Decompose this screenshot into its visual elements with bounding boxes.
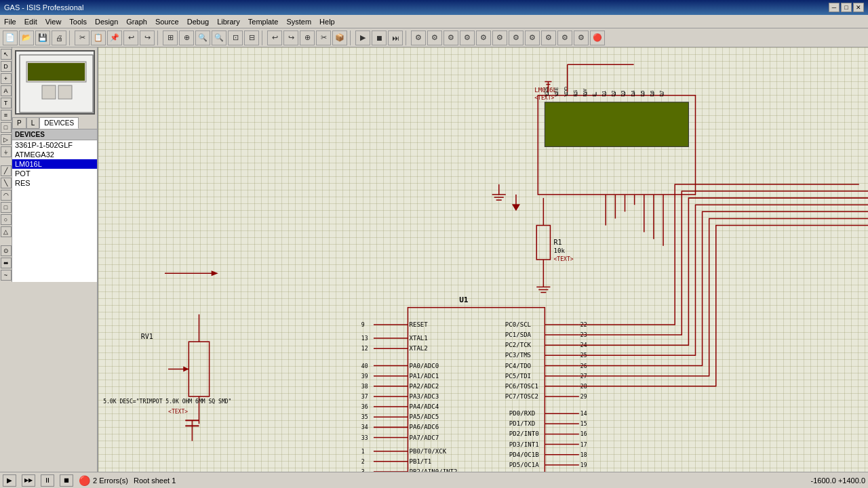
tb-prop3[interactable]: ⚙ — [443, 30, 458, 45]
tb-cut[interactable]: ✂ — [75, 30, 90, 45]
tab-p[interactable]: P — [12, 117, 26, 129]
sheet-name: Root sheet 1 — [134, 476, 176, 485]
tb-prop11[interactable]: ⚙ — [574, 30, 589, 45]
arrow-down — [512, 195, 520, 211]
play-button[interactable]: ▶ — [3, 474, 16, 487]
tb-red[interactable]: 🔴 — [590, 30, 605, 45]
tb-paste[interactable]: 📌 — [107, 30, 122, 45]
tb-prop1[interactable]: ⚙ — [411, 30, 426, 45]
tb-save[interactable]: 💾 — [35, 30, 50, 45]
tool-junction[interactable]: + — [1, 73, 12, 84]
tool-gen[interactable]: ~ — [1, 270, 12, 281]
tb-zoom-area[interactable]: ⊟ — [244, 30, 259, 45]
sidebar: ↖ D + A T ≡ □ ▷ ⏚ ╱ ╲ ◠ □ ○ △ ⊙ ⬌ ~ — [0, 47, 98, 472]
tb-annotate[interactable]: 📦 — [332, 30, 347, 45]
tb-wire[interactable]: ✂ — [316, 30, 331, 45]
tb-play[interactable]: ▶ — [355, 30, 370, 45]
tool-poly[interactable]: △ — [1, 226, 12, 237]
tool-probe[interactable]: ⊙ — [1, 245, 12, 256]
tool-select[interactable]: ↖ — [1, 49, 12, 60]
tb-prop8[interactable]: ⚙ — [525, 30, 540, 45]
maximize-button[interactable]: □ — [841, 3, 852, 12]
tb-prop5[interactable]: ⚙ — [476, 30, 491, 45]
play-step-button[interactable]: ▶▶ — [22, 474, 35, 487]
tab-devices[interactable]: DEVICES — [39, 117, 79, 129]
titlebar: GAS - ISIS Professional ─ □ ✕ — [0, 0, 868, 15]
tb-redo[interactable]: ↪ — [140, 30, 155, 45]
tb-prop7[interactable]: ⚙ — [509, 30, 524, 45]
device-pot[interactable]: POT — [12, 169, 97, 178]
tb-block[interactable]: ⊕ — [300, 30, 315, 45]
canvas-area[interactable]: LM016L <TEXT> VSS VEE VDD RS RW E D1 D2 … — [98, 47, 868, 472]
tool-rect[interactable]: □ — [1, 202, 12, 213]
device-lm016l[interactable]: LM016L — [12, 159, 97, 169]
tool-port[interactable]: ▷ — [1, 134, 12, 145]
svg-text:5.0K  DESC="TRIMPOT 5.0K OHM 6: 5.0K DESC="TRIMPOT 5.0K OHM 6MM SQ SMD" — [103, 399, 231, 405]
svg-text:PC0/SCL: PC0/SCL — [505, 321, 532, 328]
tool-circle[interactable]: ○ — [1, 214, 12, 225]
tool-label[interactable]: A — [1, 85, 12, 96]
svg-text:38: 38 — [361, 384, 368, 390]
tool-component[interactable]: D — [1, 61, 12, 72]
svg-text:PC7/TOSC2: PC7/TOSC2 — [505, 393, 538, 400]
sep2 — [157, 30, 160, 45]
title-text: GAS - ISIS Professional — [4, 3, 83, 12]
tool-wire[interactable]: ╱ — [1, 165, 12, 176]
tb-undo2[interactable]: ↩ — [267, 30, 282, 45]
close-button[interactable]: ✕ — [853, 3, 864, 12]
tb-zoom-fit[interactable]: ⊡ — [228, 30, 243, 45]
menubar: File Edit View Tools Design Graph Source… — [0, 15, 868, 28]
menu-source[interactable]: Source — [151, 16, 183, 27]
svg-text:PD2/INT0: PD2/INT0 — [509, 430, 539, 437]
tb-zoom-out[interactable]: 🔍 — [212, 30, 226, 45]
tool-text[interactable]: T — [1, 98, 12, 108]
menu-help[interactable]: Help — [315, 16, 339, 27]
tool-arc[interactable]: ◠ — [1, 190, 12, 201]
tab-l[interactable]: L — [26, 117, 40, 129]
tb-print[interactable]: 🖨 — [52, 30, 66, 45]
tb-new[interactable]: 📄 — [3, 30, 18, 45]
tb-origin[interactable]: ⊕ — [179, 30, 194, 45]
tb-prop10[interactable]: ⚙ — [557, 30, 572, 45]
tool-subcirc[interactable]: □ — [1, 122, 12, 133]
tb-prop2[interactable]: ⚙ — [427, 30, 442, 45]
menu-design[interactable]: Design — [91, 16, 122, 27]
menu-system[interactable]: System — [282, 16, 315, 27]
tool-bus[interactable]: ≡ — [1, 110, 12, 121]
menu-library[interactable]: Library — [213, 16, 244, 27]
device-atmega32[interactable]: ATMEGA32 — [12, 150, 97, 159]
menu-graph[interactable]: Graph — [122, 16, 151, 27]
tb-step[interactable]: ⏭ — [388, 30, 403, 45]
tb-prop9[interactable]: ⚙ — [541, 30, 556, 45]
menu-tools[interactable]: Tools — [65, 16, 91, 27]
tool-bus2[interactable]: ╲ — [1, 178, 12, 188]
device-res[interactable]: RES — [12, 178, 97, 188]
minimize-button[interactable]: ─ — [829, 3, 840, 12]
pause-button[interactable]: ⏸ — [41, 474, 54, 487]
statusbar: ▶ ▶▶ ⏸ ⏹ 🔴 2 Errors(s) Root sheet 1 -160… — [0, 472, 868, 488]
tb-stop[interactable]: ⏹ — [372, 30, 387, 45]
svg-text:16: 16 — [580, 431, 587, 437]
tb-open[interactable]: 📂 — [19, 30, 34, 45]
svg-text:PA5/ADC5: PA5/ADC5 — [409, 413, 439, 420]
error-count: 2 Errors(s) — [93, 476, 128, 485]
tb-redo2[interactable]: ↪ — [283, 30, 298, 45]
stop-button[interactable]: ⏹ — [60, 474, 73, 487]
menu-file[interactable]: File — [0, 16, 20, 27]
tb-copy[interactable]: 📋 — [91, 30, 106, 45]
tb-grid[interactable]: ⊞ — [163, 30, 178, 45]
menu-template[interactable]: Template — [244, 16, 283, 27]
svg-text:U1: U1 — [459, 296, 469, 304]
svg-text:40: 40 — [361, 363, 368, 369]
tb-prop6[interactable]: ⚙ — [492, 30, 507, 45]
menu-debug[interactable]: Debug — [183, 16, 213, 27]
tb-prop4[interactable]: ⚙ — [460, 30, 475, 45]
tb-zoom-in[interactable]: 🔍 — [195, 30, 210, 45]
tool-tape[interactable]: ⬌ — [1, 258, 12, 268]
tool-power[interactable]: ⏚ — [1, 146, 12, 157]
menu-edit[interactable]: Edit — [20, 16, 41, 27]
menu-view[interactable]: View — [41, 16, 66, 27]
device-3361p[interactable]: 3361P-1-502GLF — [12, 140, 97, 150]
tb-undo[interactable]: ↩ — [123, 30, 138, 45]
sep3 — [262, 30, 264, 45]
